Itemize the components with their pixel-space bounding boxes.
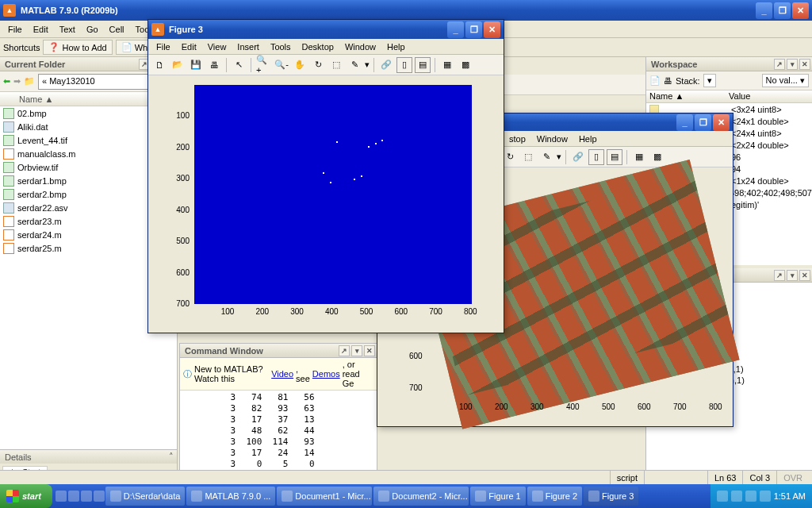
link-icon[interactable]: 🔗 [570,149,586,165]
clock[interactable]: 1:51 AM [774,491,806,501]
workspace-print-icon[interactable]: 🖶 [664,76,672,86]
maximize-button[interactable]: ❐ [465,21,482,38]
details-expand-icon[interactable]: ˄ [169,452,177,462]
minimize-button[interactable]: _ [447,21,464,38]
brush-icon[interactable]: ✎ [538,149,554,165]
workspace-new-icon[interactable]: 📄 [649,75,661,86]
file-name: serdar23.m [17,217,62,226]
menu-window[interactable]: Window [340,40,381,53]
panel-undock-icon[interactable]: ↗ [774,270,785,281]
tray-icon[interactable] [760,491,771,502]
show-tools-icon[interactable]: ▩ [458,57,473,73]
pointer-icon[interactable]: ↖ [231,57,247,73]
hide-tools-icon[interactable]: ▦ [439,57,455,73]
restore-button[interactable]: ❐ [774,2,791,19]
panel-undock-icon[interactable]: ↗ [339,345,350,356]
menu-insert[interactable]: Insert [232,40,264,53]
tray-icon[interactable] [745,491,756,502]
close-button[interactable]: ✕ [713,114,730,131]
shortcut-howto[interactable]: ❓How to Add [43,40,112,55]
folder-fwd-icon[interactable]: ➡ [13,76,21,87]
ql-icon[interactable] [68,491,79,502]
panel-undock-icon[interactable]: ↗ [774,59,785,70]
panel-close-icon[interactable]: ✕ [799,270,810,281]
taskbar-task[interactable]: Figure 3 [584,487,638,506]
minimize-button[interactable]: _ [676,114,693,131]
file-name: manualclass.m [17,149,75,159]
colorbar-icon[interactable]: ▯ [588,149,604,165]
brush-icon[interactable]: ✎ [347,57,362,73]
ql-icon[interactable] [56,491,67,502]
save-icon[interactable]: 💾 [188,57,204,73]
taskbar-task[interactable]: Figure 2 [527,487,582,506]
figure-3-titlebar[interactable]: ▲ Figure 3 _ ❐ ✕ [148,20,504,39]
maximize-button[interactable]: ❐ [695,114,711,131]
taskbar-task[interactable]: D:\Serdar\data [105,487,186,506]
system-tray[interactable]: 1:51 AM [710,484,812,508]
pan-icon[interactable]: ✋ [292,57,308,73]
windows-start-button[interactable]: start [0,484,52,508]
link-icon[interactable]: 🔗 [378,57,394,73]
ytick: 600 [176,268,190,277]
figure-3-axes-area[interactable]: 100200300400500600700 100200300400500600… [148,75,504,331]
new-icon[interactable]: 🗋 [151,57,167,73]
status-line: Ln 63 [707,471,743,484]
command-window-output[interactable]: 3 74 81 56 3 82 93 63 3 17 37 13 3 48 62… [180,391,377,473]
close-button[interactable]: ✕ [484,21,500,38]
menu-file[interactable]: File [3,23,27,36]
ws-hdr-value[interactable]: Value [726,90,753,102]
file-name: 02.bmp [17,109,47,118]
menu-text[interactable]: Text [55,23,80,36]
video-link[interactable]: Video [271,369,293,379]
dropdown-icon[interactable]: ▾ [365,60,370,70]
task-label: MATLAB 7.9.0 ... [205,491,270,501]
menu-edit[interactable]: Edit [177,40,201,53]
folder-path[interactable]: « May132010 [38,74,151,90]
close-button[interactable]: ✕ [792,2,809,19]
zoom-in-icon[interactable]: 🔍+ [255,57,271,73]
open-icon[interactable]: 📂 [170,57,186,73]
menu-cell[interactable]: Cell [105,23,129,36]
datacursor-icon[interactable]: ⬚ [520,149,536,165]
colorbar-icon[interactable]: ▯ [396,57,412,73]
file-list-header-name[interactable]: Name ▲ [19,94,53,104]
datacursor-icon[interactable]: ⬚ [328,57,344,73]
menu-help[interactable]: Help [382,40,410,53]
demos-link[interactable]: Demos [312,369,340,379]
panel-menu-icon[interactable]: ▾ [351,345,362,356]
tray-icon[interactable] [717,491,728,502]
legend-icon[interactable]: ▤ [415,57,431,73]
ytick: 200 [176,143,190,152]
whatsnew-icon: 📄 [121,42,132,52]
tray-icon[interactable] [731,491,742,502]
taskbar-task[interactable]: MATLAB 7.9.0 ... [186,487,275,506]
panel-menu-icon[interactable]: ▾ [787,59,798,70]
menu-edit[interactable]: Edit [29,23,53,36]
details-panel-title[interactable]: Details ˄ [0,449,177,464]
ws-hdr-name[interactable]: Name ▲ [646,90,726,102]
menu-view[interactable]: View [203,40,232,53]
panel-close-icon[interactable]: ✕ [799,59,810,70]
zoom-out-icon[interactable]: 🔍- [274,57,289,73]
dropdown-icon[interactable]: ▾ [557,152,561,162]
menu-go[interactable]: Go [82,23,103,36]
menu-file[interactable]: File [151,40,175,53]
rotate-icon[interactable]: ↻ [310,57,326,73]
ql-icon[interactable] [81,491,92,502]
panel-close-icon[interactable]: ✕ [364,345,375,356]
stack-dropdown[interactable]: ▾ [703,74,716,87]
taskbar-task[interactable]: Figure 1 [470,487,525,506]
minimize-button[interactable]: _ [756,2,772,19]
workspace-plot-selector[interactable]: No val... ▾ [762,74,809,87]
taskbar-task[interactable]: Document1 - Micr... [277,487,372,506]
menu-desktop[interactable]: Desktop [297,40,339,53]
rotate-icon[interactable]: ↻ [502,149,518,165]
xtick: 100 [459,402,473,411]
menu-tools[interactable]: Tools [266,40,296,53]
panel-menu-icon[interactable]: ▾ [787,270,798,281]
taskbar-task[interactable]: Document2 - Micr... [373,487,469,506]
folder-back-icon[interactable]: ⬅ [3,76,10,87]
ql-icon[interactable] [94,491,105,502]
print-icon[interactable]: 🖶 [206,57,222,73]
figure-3-window[interactable]: ▲ Figure 3 _ ❐ ✕ File Edit View Insert T… [147,19,504,333]
